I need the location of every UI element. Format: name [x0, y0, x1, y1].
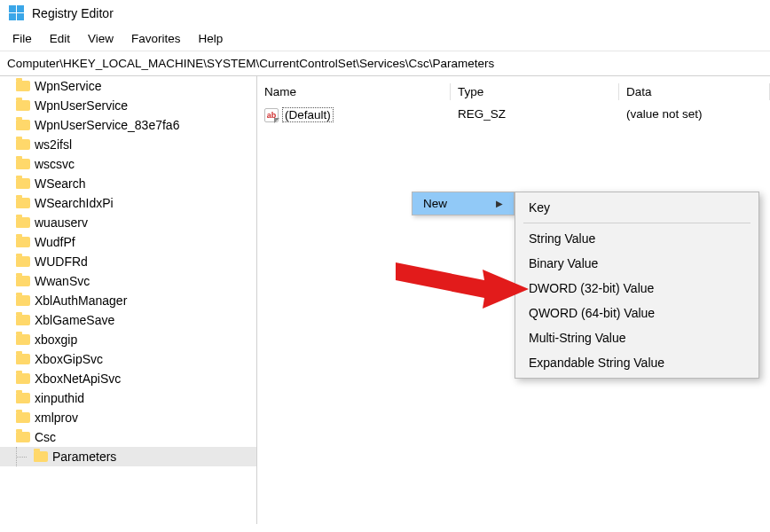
folder-icon — [16, 276, 30, 286]
tree-item[interactable]: Csc — [0, 427, 256, 447]
tree-item[interactable]: XboxGipSvc — [0, 349, 256, 369]
col-header-type[interactable]: Type — [451, 83, 619, 100]
menu-favorites[interactable]: Favorites — [124, 28, 188, 49]
chevron-right-icon: ▶ — [496, 199, 503, 208]
tree-item[interactable]: XboxNetApiSvc — [0, 369, 256, 388]
menu-view[interactable]: View — [81, 28, 121, 49]
menu-file[interactable]: File — [5, 28, 39, 49]
tree-item[interactable]: XblAuthManager — [0, 291, 256, 310]
tree-item[interactable]: WudfPf — [0, 232, 256, 252]
menu-edit[interactable]: Edit — [43, 28, 77, 49]
folder-icon — [16, 217, 30, 228]
tree-pane[interactable]: WpnService WpnUserService WpnUserService… — [0, 76, 257, 524]
folder-icon — [16, 412, 30, 423]
value-type: REG_SZ — [451, 106, 619, 124]
folder-icon — [16, 159, 30, 169]
folder-icon — [16, 373, 30, 384]
submenu-item-string[interactable]: String Value — [518, 226, 756, 251]
context-submenu-new: Key String Value Binary Value DWORD (32-… — [515, 192, 759, 379]
folder-icon — [16, 432, 30, 442]
list-header: Name Type Data — [257, 80, 770, 104]
tree-item[interactable]: ws2ifsl — [0, 135, 256, 154]
window-title: Registry Editor — [32, 6, 114, 20]
value-name: (Default) — [282, 107, 334, 122]
tree-item[interactable]: wuauserv — [0, 213, 256, 232]
context-item-new[interactable]: New ▶ — [412, 192, 514, 215]
menu-help[interactable]: Help — [192, 28, 231, 49]
tree-item[interactable]: WpnUserService_83e7fa6 — [0, 115, 256, 135]
submenu-item-expandstring[interactable]: Expandable String Value — [518, 350, 756, 375]
reg-string-icon: ab — [264, 108, 279, 122]
address-bar[interactable]: Computer\HKEY_LOCAL_MACHINE\SYSTEM\Curre… — [0, 51, 770, 76]
folder-icon — [16, 198, 30, 208]
submenu-item-binary[interactable]: Binary Value — [518, 251, 756, 276]
folder-icon — [16, 354, 30, 364]
address-path: Computer\HKEY_LOCAL_MACHINE\SYSTEM\Curre… — [7, 57, 494, 70]
regedit-icon — [9, 5, 25, 21]
menu-separator — [523, 223, 750, 223]
folder-icon — [34, 451, 48, 462]
tree-item[interactable]: WSearchIdxPi — [0, 193, 256, 213]
folder-icon — [16, 237, 30, 247]
folder-icon — [16, 315, 30, 325]
folder-icon — [16, 295, 30, 306]
folder-icon — [16, 334, 30, 345]
value-data: (value not set) — [619, 106, 770, 124]
submenu-item-dword[interactable]: DWORD (32-bit) Value — [518, 276, 756, 301]
svg-rect-1 — [17, 5, 24, 12]
tree-item[interactable]: XblGameSave — [0, 310, 256, 330]
col-header-name[interactable]: Name — [257, 83, 451, 100]
svg-rect-2 — [9, 13, 16, 20]
context-menu: New ▶ — [412, 192, 515, 215]
tree-item[interactable]: WSearch — [0, 174, 256, 193]
folder-icon — [16, 178, 30, 189]
tree-item[interactable]: xboxgip — [0, 330, 256, 349]
list-row[interactable]: ab (Default) REG_SZ (value not set) — [257, 104, 770, 126]
tree-item[interactable]: xmlprov — [0, 408, 256, 427]
folder-icon — [16, 393, 30, 403]
folder-icon — [16, 81, 30, 91]
tree-item-selected[interactable]: Parameters — [0, 447, 256, 466]
col-header-data[interactable]: Data — [619, 83, 770, 100]
tree-item[interactable]: WpnService — [0, 76, 256, 96]
submenu-item-key[interactable]: Key — [518, 195, 756, 220]
submenu-item-multistring[interactable]: Multi-String Value — [518, 325, 756, 350]
menubar: File Edit View Favorites Help — [0, 27, 770, 51]
tree-item[interactable]: WwanSvc — [0, 271, 256, 291]
tree-item[interactable]: wscsvc — [0, 154, 256, 174]
folder-icon — [16, 100, 30, 111]
folder-icon — [16, 139, 30, 150]
tree-item[interactable]: xinputhid — [0, 388, 256, 408]
tree-item[interactable]: WUDFRd — [0, 252, 256, 271]
tree-item[interactable]: WpnUserService — [0, 96, 256, 115]
titlebar: Registry Editor — [0, 0, 770, 27]
folder-icon — [16, 256, 30, 267]
svg-rect-0 — [9, 5, 16, 12]
svg-rect-3 — [17, 13, 24, 20]
folder-icon — [16, 120, 30, 130]
submenu-item-qword[interactable]: QWORD (64-bit) Value — [518, 301, 756, 325]
